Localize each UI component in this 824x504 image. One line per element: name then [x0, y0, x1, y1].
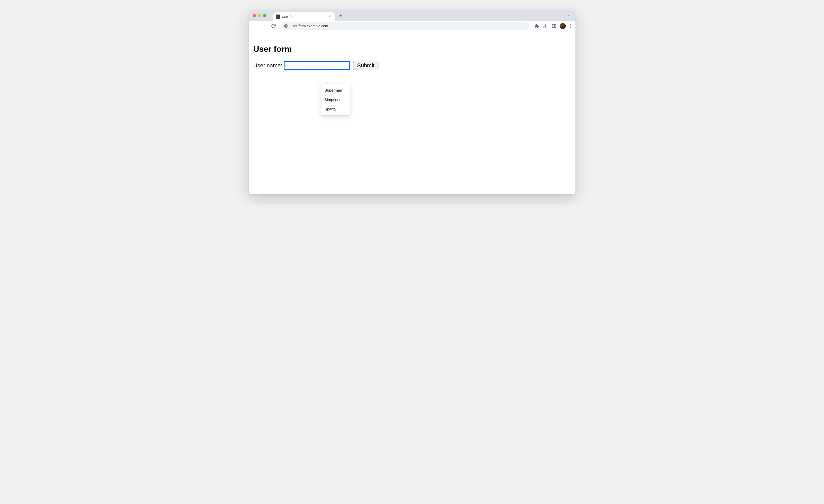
submit-button[interactable]: Submit — [353, 61, 378, 70]
autocomplete-item[interactable]: Superman — [321, 86, 350, 95]
autocomplete-item[interactable]: Sparta — [321, 104, 350, 114]
minimize-window-button[interactable] — [258, 14, 261, 17]
page-content: User form User name: Submit Superman Sim… — [249, 31, 576, 195]
user-form-row: User name: Submit — [253, 61, 571, 70]
side-panel-icon[interactable] — [550, 22, 558, 30]
url-text: user-form.example.com — [291, 24, 526, 28]
window-controls — [251, 14, 269, 17]
back-button[interactable] — [251, 22, 259, 30]
svg-rect-7 — [552, 24, 556, 27]
tab-favicon-icon — [276, 15, 280, 19]
menu-icon[interactable] — [567, 22, 574, 30]
browser-toolbar: user-form.example.com — [249, 21, 576, 31]
forward-button[interactable] — [260, 22, 268, 30]
downloads-icon[interactable] — [541, 22, 549, 30]
globe-icon — [284, 24, 288, 28]
close-tab-icon[interactable]: × — [328, 15, 332, 19]
tabs-dropdown-icon[interactable] — [566, 12, 573, 19]
toolbar-right — [533, 22, 574, 30]
tab-title: User form — [282, 15, 326, 19]
username-input[interactable] — [284, 61, 350, 70]
username-label: User name: — [253, 62, 283, 69]
close-window-button[interactable] — [253, 14, 256, 17]
browser-window: User form × user-form.example.co — [249, 10, 576, 195]
page-title: User form — [253, 44, 571, 54]
maximize-window-button[interactable] — [263, 14, 266, 17]
extensions-icon[interactable] — [533, 22, 541, 30]
autocomplete-item[interactable]: Simpsons — [321, 95, 350, 104]
browser-chrome: User form × user-form.example.co — [249, 10, 576, 31]
active-tab[interactable]: User form × — [273, 12, 334, 21]
new-tab-button[interactable] — [337, 12, 344, 19]
autocomplete-dropdown: Superman Simpsons Sparta — [321, 84, 350, 116]
reload-button[interactable] — [269, 22, 277, 30]
profile-avatar[interactable] — [559, 23, 566, 29]
address-bar[interactable]: user-form.example.com — [281, 22, 529, 30]
tab-strip: User form × — [249, 10, 576, 21]
